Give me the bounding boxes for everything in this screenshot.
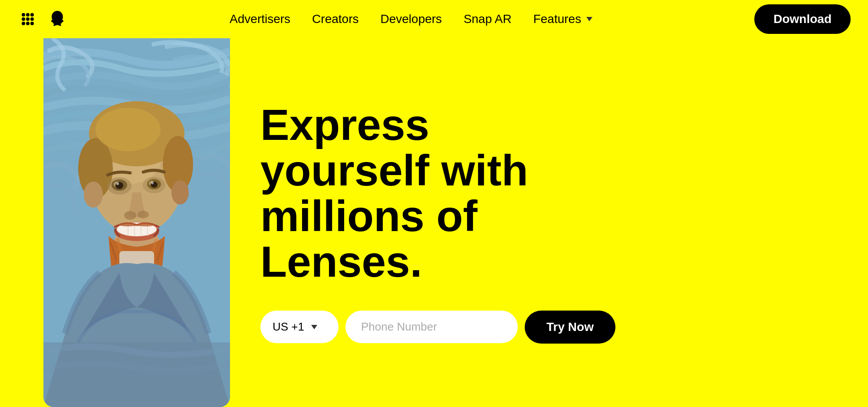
svg-point-18 (171, 180, 189, 205)
painting-artwork (43, 38, 230, 407)
svg-point-6 (22, 22, 25, 25)
country-code-selector[interactable]: US +1 (260, 311, 339, 343)
svg-point-27 (116, 182, 119, 185)
navbar: Advertisers Creators Developers Snap AR … (0, 0, 868, 38)
svg-point-8 (30, 22, 34, 25)
hero-headline: Express yourself with millions of Lenses… (260, 102, 599, 285)
grid-icon[interactable] (17, 9, 38, 30)
nav-creators[interactable]: Creators (312, 12, 358, 26)
navbar-center: Advertisers Creators Developers Snap AR … (230, 12, 592, 26)
svg-point-5 (30, 17, 34, 21)
svg-point-7 (26, 22, 30, 25)
phone-number-input[interactable] (345, 311, 518, 343)
snapchat-logo[interactable] (47, 9, 68, 30)
svg-point-28 (151, 182, 154, 184)
hero-image (43, 38, 230, 407)
navbar-left (17, 9, 68, 30)
svg-point-1 (26, 13, 30, 17)
download-button[interactable]: Download (754, 4, 851, 34)
svg-point-4 (26, 17, 30, 21)
nav-developers[interactable]: Developers (380, 12, 442, 26)
features-chevron-icon (586, 17, 592, 21)
navbar-right: Download (754, 4, 851, 34)
hero-form: US +1 Try Now (260, 311, 615, 344)
svg-point-2 (30, 13, 34, 17)
svg-point-29 (124, 211, 136, 220)
nav-snap-ar[interactable]: Snap AR (464, 12, 512, 26)
try-now-button[interactable]: Try Now (525, 311, 615, 344)
svg-point-17 (84, 182, 103, 208)
svg-point-0 (22, 13, 25, 17)
nav-advertisers[interactable]: Advertisers (230, 12, 290, 26)
svg-point-3 (22, 17, 25, 21)
svg-point-30 (138, 211, 149, 218)
svg-point-16 (95, 108, 161, 151)
hero-section: Express yourself with millions of Lenses… (0, 38, 868, 407)
hero-content: Express yourself with millions of Lenses… (260, 102, 615, 344)
country-chevron-icon (311, 325, 317, 329)
nav-features[interactable]: Features (533, 12, 593, 26)
